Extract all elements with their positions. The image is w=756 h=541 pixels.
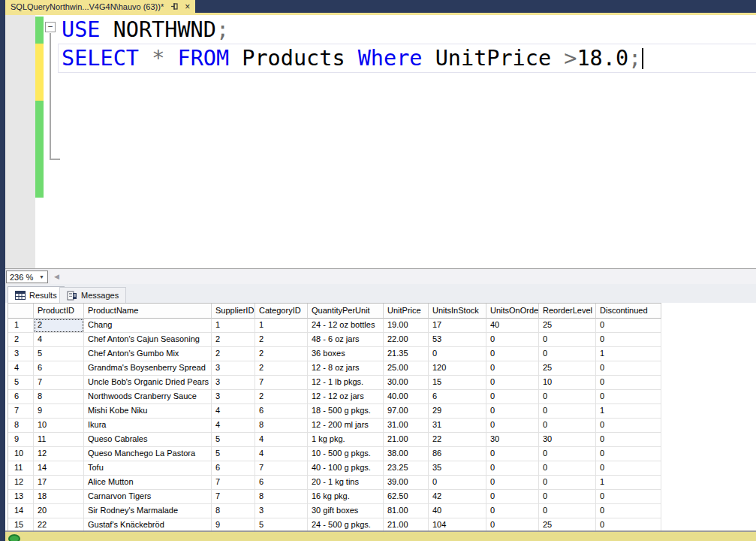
grid-cell[interactable]: 0 (596, 333, 661, 347)
grid-cell[interactable]: 0 (486, 390, 539, 404)
grid-cell[interactable]: 0 (486, 461, 539, 476)
grid-cell[interactable]: 0 (486, 404, 539, 419)
grid-cell[interactable]: 10 (539, 376, 596, 390)
grid-cell[interactable]: 62.50 (384, 490, 429, 504)
row-header[interactable]: 7 (8, 404, 34, 419)
column-header[interactable]: UnitsOnOrder (486, 304, 539, 319)
grid-cell[interactable]: 40.00 (384, 390, 429, 404)
grid-cell[interactable]: 40 (429, 504, 486, 518)
grid-cell[interactable]: 6 (429, 390, 486, 404)
grid-cell[interactable]: 0 (486, 347, 539, 361)
grid-cell[interactable]: Chef Anton's Gumbo Mix (84, 347, 212, 361)
grid-cell[interactable]: 86 (429, 447, 486, 461)
row-header[interactable]: 4 (8, 361, 34, 376)
grid-cell[interactable]: 0 (429, 347, 486, 361)
grid-cell[interactable]: 0 (486, 504, 539, 518)
grid-cell[interactable]: 7 (212, 476, 255, 490)
grid-cell[interactable]: 7 (34, 376, 84, 390)
column-header[interactable]: ProductName (84, 304, 212, 319)
grid-cell[interactable]: 25 (539, 319, 596, 333)
grid-cell[interactable]: 40 (486, 319, 539, 333)
grid-cell[interactable]: 0 (539, 461, 596, 476)
grid-cell[interactable]: Queso Manchego La Pastora (84, 447, 212, 461)
grid-cell[interactable]: 6 (255, 404, 308, 419)
grid-cell[interactable]: 18 - 500 g pkgs. (308, 404, 384, 419)
grid-cell[interactable]: 15 (429, 376, 486, 390)
grid-cell[interactable]: 29 (429, 404, 486, 419)
grid-cell[interactable]: 7 (255, 376, 308, 390)
row-header[interactable]: 14 (8, 504, 34, 518)
grid-corner-header[interactable] (8, 304, 34, 319)
grid-cell[interactable]: 11 (34, 433, 84, 447)
grid-cell[interactable]: 21.00 (384, 433, 429, 447)
grid-cell[interactable]: 0 (539, 447, 596, 461)
grid-cell[interactable]: 8 (255, 490, 308, 504)
grid-cell[interactable]: 0 (596, 361, 661, 376)
grid-cell[interactable]: 6 (255, 476, 308, 490)
grid-cell[interactable]: 0 (596, 490, 661, 504)
grid-cell[interactable]: 36 boxes (308, 347, 384, 361)
code-lines[interactable]: USE NORTHWND;SELECT * FROM Products Wher… (62, 16, 643, 73)
grid-cell[interactable]: Tofu (84, 461, 212, 476)
grid-cell[interactable]: 5 (212, 433, 255, 447)
grid-cell[interactable]: 6 (34, 361, 84, 376)
grid-cell[interactable]: 5 (212, 447, 255, 461)
close-icon[interactable]: × (185, 2, 190, 11)
document-tab[interactable]: SQLQueryNorthwin...V4G4N\hauvo (63))* × (5, 0, 195, 13)
grid-cell[interactable]: 8 (34, 390, 84, 404)
grid-cell[interactable]: 38.00 (384, 447, 429, 461)
grid-cell[interactable]: 2 (212, 333, 255, 347)
grid-cell[interactable]: 2 (34, 319, 84, 333)
grid-cell[interactable]: Carnarvon Tigers (84, 490, 212, 504)
row-header[interactable]: 1 (8, 319, 34, 333)
grid-cell[interactable]: 0 (486, 490, 539, 504)
grid-cell[interactable]: Northwoods Cranberry Sauce (84, 390, 212, 404)
grid-cell[interactable]: 0 (429, 476, 486, 490)
grid-cell[interactable]: 23.25 (384, 461, 429, 476)
grid-cell[interactable]: Chef Anton's Cajun Seasoning (84, 333, 212, 347)
grid-cell[interactable]: 97.00 (384, 404, 429, 419)
grid-cell[interactable]: 0 (486, 361, 539, 376)
row-header[interactable]: 9 (8, 433, 34, 447)
grid-cell[interactable]: 0 (539, 404, 596, 419)
tab-messages[interactable]: Messages (59, 287, 126, 303)
grid-cell[interactable]: Grandma's Boysenberry Spread (84, 361, 212, 376)
row-header[interactable]: 13 (8, 490, 34, 504)
grid-cell[interactable]: 17 (34, 476, 84, 490)
grid-cell[interactable]: 12 - 12 oz jars (308, 390, 384, 404)
grid-cell[interactable]: 0 (486, 333, 539, 347)
code-line[interactable]: USE NORTHWND; (62, 16, 643, 44)
editor-zoom-select[interactable]: 236 % ▼ (6, 270, 48, 283)
grid-cell[interactable]: 0 (539, 390, 596, 404)
grid-cell[interactable]: 4 (34, 333, 84, 347)
grid-cell[interactable]: 1 (596, 347, 661, 361)
grid-cell[interactable]: 1 kg pkg. (308, 433, 384, 447)
grid-cell[interactable]: 0 (596, 461, 661, 476)
grid-cell[interactable]: 0 (596, 376, 661, 390)
grid-cell[interactable]: 1 (596, 404, 661, 419)
grid-cell[interactable]: 9 (34, 404, 84, 419)
editor-horizontal-scrollbar[interactable]: ◀ (50, 270, 756, 284)
grid-cell[interactable]: 0 (486, 419, 539, 433)
grid-cell[interactable]: Chang (84, 319, 212, 333)
grid-cell[interactable]: 42 (429, 490, 486, 504)
grid-cell[interactable]: 31.00 (384, 419, 429, 433)
grid-cell[interactable]: 39.00 (384, 476, 429, 490)
grid-cell[interactable]: 0 (596, 390, 661, 404)
row-header[interactable]: 11 (8, 461, 34, 476)
grid-cell[interactable]: 0 (596, 447, 661, 461)
grid-cell[interactable]: 0 (539, 476, 596, 490)
row-header[interactable]: 2 (8, 333, 34, 347)
grid-cell[interactable]: 8 (212, 504, 255, 518)
row-header[interactable]: 3 (8, 347, 34, 361)
grid-cell[interactable]: 16 kg pkg. (308, 490, 384, 504)
grid-cell[interactable]: Sir Rodney's Marmalade (84, 504, 212, 518)
row-header[interactable]: 12 (8, 476, 34, 490)
grid-cell[interactable]: Ikura (84, 419, 212, 433)
grid-cell[interactable]: Alice Mutton (84, 476, 212, 490)
grid-cell[interactable]: 30.00 (384, 376, 429, 390)
grid-cell[interactable]: 0 (539, 504, 596, 518)
grid-cell[interactable]: 24 - 12 oz bottles (308, 319, 384, 333)
grid-cell[interactable]: 14 (34, 461, 84, 476)
grid-cell[interactable]: 19.00 (384, 319, 429, 333)
